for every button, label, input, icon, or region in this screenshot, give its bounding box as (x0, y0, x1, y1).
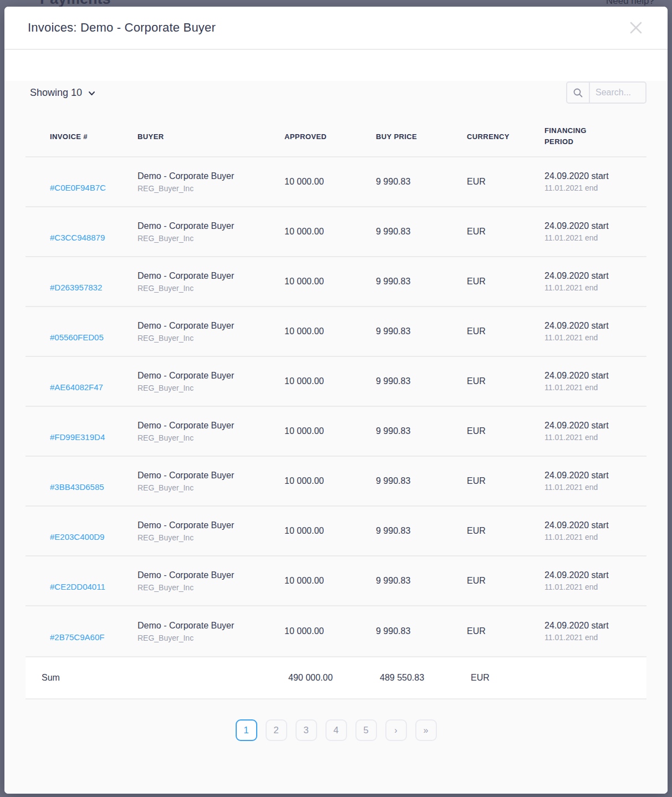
buyer-subtitle: REG_Buyer_Inc (138, 334, 284, 343)
financing-end: 11.01.2021 end (544, 433, 646, 442)
financing-start: 24.09.2020 start (544, 321, 646, 331)
search-icon (567, 83, 590, 103)
approved-amount: 10 000.00 (284, 426, 376, 436)
invoice-link[interactable]: #05560FED05 (50, 333, 104, 342)
table-row: #2B75C9A60F Demo - Corporate Buyer REG_B… (26, 606, 646, 656)
financing-end: 11.01.2021 end (544, 183, 646, 192)
sum-buy-price: 489 550.83 (376, 673, 467, 683)
buy-price-amount: 9 990.83 (376, 177, 467, 187)
approved-amount: 10 000.00 (284, 227, 376, 237)
currency-value: EUR (467, 227, 544, 237)
table-row: #C0E0F94B7C Demo - Corporate Buyer REG_B… (26, 157, 646, 207)
search-box (566, 81, 646, 104)
last-page-button[interactable]: » (415, 719, 437, 741)
approved-amount: 10 000.00 (284, 177, 376, 187)
page-button-1[interactable]: 1 (236, 719, 257, 741)
buyer-name: Demo - Corporate Buyer (138, 421, 284, 431)
approved-amount: 10 000.00 (284, 526, 376, 536)
buy-price-amount: 9 990.83 (376, 576, 467, 586)
sum-row: Sum 490 000.00 489 550.83 EUR (26, 656, 646, 699)
buy-price-amount: 9 990.83 (376, 426, 467, 436)
buyer-name: Demo - Corporate Buyer (138, 570, 284, 580)
need-help-link: Need help? (606, 0, 654, 7)
invoice-link[interactable]: #AE64082F47 (50, 382, 103, 392)
buyer-name: Demo - Corporate Buyer (138, 171, 284, 181)
currency-value: EUR (467, 277, 544, 287)
buyer-subtitle: REG_Buyer_Inc (138, 433, 284, 442)
invoice-link[interactable]: #D263957832 (50, 283, 102, 292)
page-size-dropdown[interactable]: Showing 10 (26, 87, 95, 99)
column-header-buyer: BUYER (138, 132, 284, 141)
financing-start: 24.09.2020 start (544, 271, 646, 281)
page-size-label: Showing 10 (30, 87, 82, 99)
buyer-name: Demo - Corporate Buyer (138, 471, 284, 481)
table-row: #E203C400D9 Demo - Corporate Buyer REG_B… (26, 507, 646, 556)
column-header-financing-period: FINANCING PERIOD (544, 125, 604, 147)
modal-header: Invoices: Demo - Corporate Buyer (4, 7, 668, 50)
column-header-invoice: INVOICE # (50, 132, 138, 141)
buyer-subtitle: REG_Buyer_Inc (138, 284, 284, 293)
buyer-subtitle: REG_Buyer_Inc (138, 234, 284, 243)
buy-price-amount: 9 990.83 (376, 476, 467, 486)
column-header-currency: CURRENCY (467, 132, 544, 141)
table-header-row: INVOICE # BUYER APPROVED BUY PRICE CURRE… (26, 116, 646, 157)
financing-start: 24.09.2020 start (544, 570, 646, 580)
buyer-name: Demo - Corporate Buyer (138, 221, 284, 231)
financing-end: 11.01.2021 end (544, 583, 646, 591)
approved-amount: 10 000.00 (284, 277, 376, 287)
buyer-subtitle: REG_Buyer_Inc (138, 184, 284, 193)
page-button-3[interactable]: 3 (296, 719, 317, 741)
financing-start: 24.09.2020 start (544, 171, 646, 181)
financing-start: 24.09.2020 start (544, 221, 646, 231)
invoice-link[interactable]: #2B75C9A60F (50, 632, 104, 642)
buy-price-amount: 9 990.83 (376, 376, 467, 386)
approved-amount: 10 000.00 (284, 626, 376, 636)
invoices-modal: Invoices: Demo - Corporate Buyer Showing… (4, 7, 668, 794)
approved-amount: 10 000.00 (284, 576, 376, 586)
buy-price-amount: 9 990.83 (376, 626, 467, 636)
invoice-link[interactable]: #C0E0F94B7C (50, 183, 106, 192)
financing-end: 11.01.2021 end (544, 533, 646, 541)
invoice-link[interactable]: #E203C400D9 (50, 532, 104, 541)
page-button-2[interactable]: 2 (266, 719, 287, 741)
table-row: #CE2DD04011 Demo - Corporate Buyer REG_B… (26, 556, 646, 606)
financing-end: 11.01.2021 end (544, 233, 646, 242)
page-button-4[interactable]: 4 (325, 719, 347, 741)
sum-currency: EUR (467, 673, 544, 683)
buyer-name: Demo - Corporate Buyer (138, 321, 284, 331)
currency-value: EUR (467, 326, 544, 336)
invoice-link[interactable]: #C3CC948879 (50, 233, 105, 242)
buy-price-amount: 9 990.83 (376, 227, 467, 237)
toolbar: Showing 10 (26, 81, 646, 104)
buyer-subtitle: REG_Buyer_Inc (138, 583, 284, 592)
sum-approved: 490 000.00 (284, 673, 376, 683)
table-body: #C0E0F94B7C Demo - Corporate Buyer REG_B… (26, 157, 646, 656)
financing-end: 11.01.2021 end (544, 483, 646, 492)
close-icon[interactable] (627, 18, 645, 37)
buyer-subtitle: REG_Buyer_Inc (138, 483, 284, 492)
column-header-approved: APPROVED (284, 132, 376, 141)
financing-start: 24.09.2020 start (544, 621, 646, 631)
financing-start: 24.09.2020 start (544, 471, 646, 481)
currency-value: EUR (467, 576, 544, 586)
buyer-subtitle: REG_Buyer_Inc (138, 533, 284, 542)
financing-start: 24.09.2020 start (544, 371, 646, 381)
invoice-link[interactable]: #3BB43D6585 (50, 482, 104, 492)
financing-end: 11.01.2021 end (544, 383, 646, 392)
buyer-subtitle: REG_Buyer_Inc (138, 633, 284, 642)
financing-start: 24.09.2020 start (544, 520, 646, 530)
invoice-link[interactable]: #FD99E319D4 (50, 432, 105, 442)
modal-title: Invoices: Demo - Corporate Buyer (28, 21, 216, 35)
buy-price-amount: 9 990.83 (376, 326, 467, 336)
financing-start: 24.09.2020 start (544, 421, 646, 431)
approved-amount: 10 000.00 (284, 476, 376, 486)
invoice-link[interactable]: #CE2DD04011 (50, 582, 105, 591)
approved-amount: 10 000.00 (284, 326, 376, 336)
buy-price-amount: 9 990.83 (376, 526, 467, 536)
currency-value: EUR (467, 376, 544, 386)
table-row: #3BB43D6585 Demo - Corporate Buyer REG_B… (26, 457, 646, 507)
table-row: #FD99E319D4 Demo - Corporate Buyer REG_B… (26, 407, 646, 457)
search-input[interactable] (590, 83, 645, 103)
page-button-5[interactable]: 5 (355, 719, 377, 741)
next-page-button[interactable]: › (385, 719, 407, 741)
